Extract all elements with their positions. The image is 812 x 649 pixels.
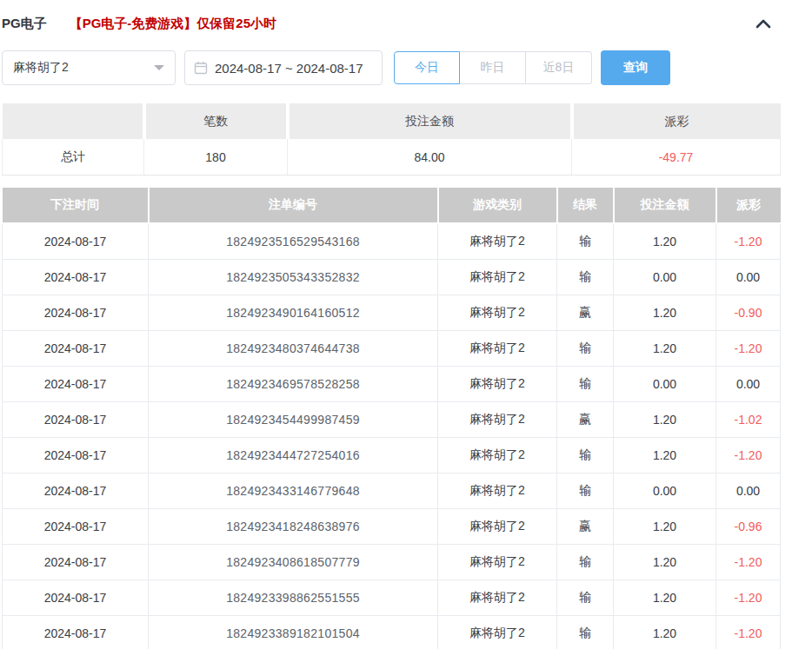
bet-amount-cell: 0.00 <box>614 260 716 295</box>
quick-button-last8days[interactable]: 近8日 <box>526 51 592 84</box>
bet-time-cell: 2024-08-17 <box>3 580 149 616</box>
summary-col-payout: 派彩 <box>572 103 781 139</box>
payout-cell: -1.20 <box>716 223 781 260</box>
summary-total-count: 180 <box>144 139 288 175</box>
game-type-cell: 麻将胡了2 <box>438 580 557 616</box>
payout-cell: -1.02 <box>716 402 781 438</box>
game-type-cell: 麻将胡了2 <box>438 331 557 367</box>
search-button[interactable]: 查询 <box>601 50 670 85</box>
game-type-cell: 麻将胡了2 <box>438 616 557 649</box>
chevron-up-icon <box>755 17 772 30</box>
bet-time-cell: 2024-08-17 <box>3 223 149 260</box>
table-row: 2024-08-171824923469578528258麻将胡了2输0.000… <box>3 367 781 402</box>
bet-amount-cell: 1.20 <box>614 331 716 367</box>
table-row: 2024-08-171824923444727254016麻将胡了2输1.20-… <box>3 438 781 474</box>
table-row: 2024-08-171824923433146779648麻将胡了2输0.000… <box>3 474 781 509</box>
col-payout: 派彩 <box>716 188 781 223</box>
table-row: 2024-08-171824923516529543168麻将胡了2输1.20-… <box>3 223 781 260</box>
filter-bar: 麻将胡了2 2024-08-17 ~ 2024-08-17 今日 昨日 近8日 … <box>2 50 812 85</box>
date-range-input[interactable]: 2024-08-17 ~ 2024-08-17 <box>184 50 383 85</box>
bet-id-cell: 1824923469578528258 <box>149 367 438 402</box>
bet-id-cell: 1824923516529543168 <box>149 223 438 260</box>
payout-cell: -1.20 <box>716 616 781 649</box>
result-cell: 输 <box>557 367 614 402</box>
bet-time-cell: 2024-08-17 <box>3 260 149 295</box>
result-cell: 输 <box>557 260 614 295</box>
summary-col-blank <box>3 103 144 139</box>
bet-amount-cell: 1.20 <box>614 509 716 545</box>
table-row: 2024-08-171824923454499987459麻将胡了2赢1.20-… <box>3 402 781 438</box>
summary-col-count: 笔数 <box>144 103 288 139</box>
bet-amount-cell: 1.20 <box>614 402 716 438</box>
table-row: 2024-08-171824923418248638976麻将胡了2赢1.20-… <box>3 509 781 545</box>
col-game-type: 游戏类别 <box>438 188 557 223</box>
bet-id-cell: 1824923418248638976 <box>149 509 438 545</box>
payout-cell: -0.96 <box>716 509 781 545</box>
bet-id-cell: 1824923408618507779 <box>149 545 438 580</box>
game-type-cell: 麻将胡了2 <box>438 402 557 438</box>
game-type-cell: 麻将胡了2 <box>438 223 557 260</box>
bet-id-cell: 1824923490164160512 <box>149 295 438 331</box>
table-row: 2024-08-171824923505343352832麻将胡了2输0.000… <box>3 260 781 295</box>
records-table: 下注时间 注单编号 游戏类别 结果 投注金额 派彩 2024-08-171824… <box>2 188 781 649</box>
bet-amount-cell: 1.20 <box>614 223 716 260</box>
payout-cell: -1.20 <box>716 580 781 616</box>
result-cell: 赢 <box>557 509 614 545</box>
col-bet-time: 下注时间 <box>3 188 149 223</box>
collapse-panel-button[interactable] <box>755 17 772 30</box>
result-cell: 输 <box>557 545 614 580</box>
records-tbody: 2024-08-171824923516529543168麻将胡了2输1.20-… <box>3 223 781 649</box>
bet-id-cell: 1824923505343352832 <box>149 260 438 295</box>
result-cell: 输 <box>557 474 614 509</box>
summary-total-row: 总计 180 84.00 -49.77 <box>3 139 781 175</box>
table-row: 2024-08-171824923389182101504麻将胡了2输1.20-… <box>3 616 781 649</box>
bet-time-cell: 2024-08-17 <box>3 474 149 509</box>
game-type-cell: 麻将胡了2 <box>438 295 557 331</box>
bet-id-cell: 1824923398862551555 <box>149 580 438 616</box>
payout-cell: 0.00 <box>716 260 781 295</box>
summary-table: 笔数 投注金额 派彩 总计 180 84.00 -49.77 <box>2 103 781 175</box>
quick-button-yesterday[interactable]: 昨日 <box>460 51 526 84</box>
bet-amount-cell: 1.20 <box>614 616 716 649</box>
bet-time-cell: 2024-08-17 <box>3 545 149 580</box>
payout-cell: -1.20 <box>716 545 781 580</box>
bet-amount-cell: 0.00 <box>614 367 716 402</box>
retention-notice: 【PG电子-免费游戏】仅保留25小时 <box>70 16 276 32</box>
result-cell: 赢 <box>557 295 614 331</box>
game-type-cell: 麻将胡了2 <box>438 260 557 295</box>
table-row: 2024-08-171824923490164160512麻将胡了2赢1.20-… <box>3 295 781 331</box>
bet-time-cell: 2024-08-17 <box>3 402 149 438</box>
records-header-row: 下注时间 注单编号 游戏类别 结果 投注金额 派彩 <box>3 188 781 223</box>
summary-col-bet-amount: 投注金额 <box>288 103 572 139</box>
bet-amount-cell: 1.20 <box>614 545 716 580</box>
payout-cell: -1.20 <box>716 331 781 367</box>
quick-button-today[interactable]: 今日 <box>394 51 460 84</box>
game-type-cell: 麻将胡了2 <box>438 438 557 474</box>
payout-cell: -1.20 <box>716 438 781 474</box>
bet-time-cell: 2024-08-17 <box>3 295 149 331</box>
bet-amount-cell: 1.20 <box>614 580 716 616</box>
col-result: 结果 <box>557 188 614 223</box>
summary-header-row: 笔数 投注金额 派彩 <box>3 103 781 139</box>
bet-time-cell: 2024-08-17 <box>3 367 149 402</box>
bet-id-cell: 1824923454499987459 <box>149 402 438 438</box>
bet-id-cell: 1824923389182101504 <box>149 616 438 649</box>
summary-total-bet-amount: 84.00 <box>288 139 572 175</box>
table-row: 2024-08-171824923408618507779麻将胡了2输1.20-… <box>3 545 781 580</box>
result-cell: 输 <box>557 438 614 474</box>
game-type-cell: 麻将胡了2 <box>438 367 557 402</box>
bet-time-cell: 2024-08-17 <box>3 616 149 649</box>
game-select[interactable]: 麻将胡了2 <box>2 50 176 85</box>
summary-total-payout: -49.77 <box>572 139 781 175</box>
game-select-value: 麻将胡了2 <box>13 60 69 76</box>
summary-total-label: 总计 <box>3 139 144 175</box>
result-cell: 输 <box>557 580 614 616</box>
bet-time-cell: 2024-08-17 <box>3 509 149 545</box>
bet-id-cell: 1824923444727254016 <box>149 438 438 474</box>
col-bet-amount: 投注金额 <box>614 188 716 223</box>
panel-header: PG电子 【PG电子-免费游戏】仅保留25小时 <box>2 0 812 32</box>
result-cell: 输 <box>557 616 614 649</box>
result-cell: 赢 <box>557 402 614 438</box>
bet-time-cell: 2024-08-17 <box>3 438 149 474</box>
payout-cell: 0.00 <box>716 367 781 402</box>
